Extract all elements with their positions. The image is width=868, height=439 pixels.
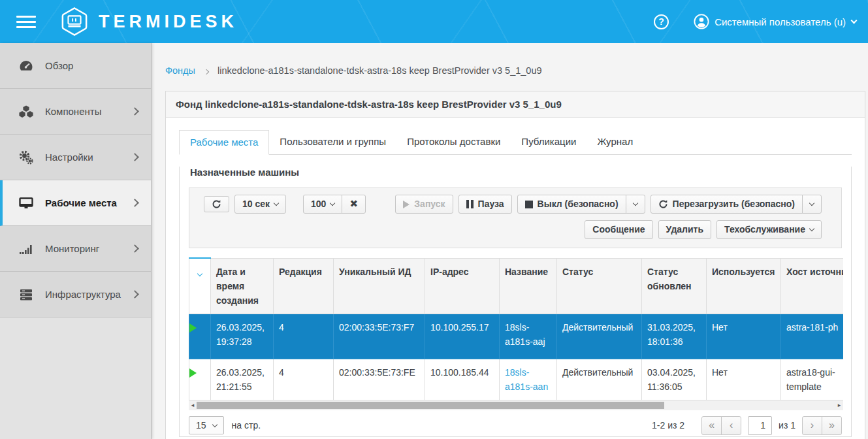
cell-uid: 02:00:33:5E:73:F7 (334, 314, 425, 359)
cell-source-host: astra18-gui-template (781, 359, 844, 400)
scrollbar-thumb[interactable] (197, 402, 664, 409)
limit-select[interactable]: 100 (303, 195, 342, 214)
page-size-select[interactable]: 15 (189, 416, 224, 434)
sidebar-item-workplaces[interactable]: Рабочие места (0, 180, 151, 226)
brand-logo[interactable]: TERMIDESK (61, 7, 238, 37)
pool-panel: Фонд linkedclone-a181s-standalone-tdsk-a… (165, 91, 865, 439)
power-off-menu-button[interactable] (626, 195, 645, 214)
user-menu[interactable]: Системный пользователь (u) (694, 14, 856, 29)
column-header-created[interactable]: Дата и время создания (211, 258, 274, 314)
maintenance-menu-button[interactable]: Техобслуживание (716, 220, 822, 239)
horizontal-scrollbar[interactable]: ◂ ▸ (189, 400, 843, 410)
sidebar-item-monitoring[interactable]: Мониторинг (0, 226, 151, 272)
first-page-button[interactable]: « (701, 416, 722, 435)
breadcrumb: Фонды linkedclone-a181s-standalone-tdsk-… (165, 43, 865, 91)
sidebar-item-settings[interactable]: Настройки (0, 135, 151, 180)
reboot-label: Перезагрузить (безопасно) (673, 198, 795, 210)
chevron-right-icon (131, 199, 139, 207)
app-window: TERMIDESK ? Системный пользователь (u) (0, 0, 868, 439)
breadcrumb-link-pools[interactable]: Фонды (165, 65, 195, 76)
cell-status: Действительный (557, 359, 642, 400)
sidebar-item-label: Компоненты (45, 106, 132, 117)
sidebar-nav: Обзор Компоненты Настройки Ра (0, 43, 152, 439)
column-header-revision[interactable]: Редакция (274, 258, 334, 314)
sidebar-item-infrastructure[interactable]: Инфраструктура (0, 272, 151, 317)
chevron-down-icon (632, 201, 637, 206)
column-header-status[interactable]: Статус (557, 258, 642, 314)
help-icon[interactable]: ? (654, 14, 669, 29)
column-header-uid[interactable]: Уникальный ИД (334, 258, 425, 314)
refresh-interval-select[interactable]: 10 сек (234, 195, 286, 214)
cubes-icon (18, 104, 37, 120)
reboot-button[interactable]: Перезагрузить (безопасно) (651, 195, 803, 214)
column-header-in-use[interactable]: Используется (707, 258, 781, 314)
chevron-down-icon (851, 17, 858, 24)
column-header-name[interactable]: Название (500, 258, 557, 314)
power-off-button[interactable]: Выкл (безопасно) (517, 195, 626, 214)
sidebar-item-label: Обзор (45, 60, 138, 71)
pause-label: Пауза (478, 198, 504, 210)
message-label: Сообщение (592, 223, 645, 236)
start-button[interactable]: Запуск (395, 195, 453, 214)
chevron-down-icon (809, 201, 814, 206)
cell-revision: 4 (274, 359, 334, 400)
cell-name: 18sls-a181s-aaj (500, 314, 557, 359)
next-page-button[interactable]: › (802, 416, 822, 435)
total-pages-label: из 1 (779, 420, 796, 431)
cell-status-updated: 31.03.2025, 18:01:36 (642, 314, 707, 359)
sidebar-item-overview[interactable]: Обзор (0, 43, 151, 89)
last-page-button[interactable]: » (822, 416, 842, 435)
main-content: Фонды linkedclone-a181s-standalone-tdsk-… (152, 43, 868, 439)
sidebar-item-label: Рабочие места (45, 197, 132, 208)
scroll-right-icon[interactable]: ▸ (835, 400, 843, 410)
delete-button[interactable]: Удалить (658, 220, 711, 239)
prev-page-button[interactable]: ‹ (721, 416, 741, 435)
page-number-input[interactable] (748, 416, 772, 435)
machine-row[interactable]: 26.03.2025, 21:21:55 4 02:00:33:5E:73:FE… (189, 359, 844, 400)
cell-status: Действительный (557, 314, 642, 359)
machine-row-selected[interactable]: 26.03.2025, 19:37:28 4 02:00:33:5E:73:F7… (189, 314, 844, 359)
column-header-ip[interactable]: IP-адрес (425, 258, 500, 314)
pause-button[interactable]: Пауза (458, 195, 512, 214)
termidesk-hexagon-icon (61, 7, 88, 37)
scroll-left-icon[interactable]: ◂ (189, 400, 197, 410)
gears-icon (18, 150, 37, 165)
row-state-cell (189, 314, 211, 359)
cell-in-use: Нет (707, 314, 781, 359)
tab-delivery-protocols[interactable]: Протоколы доставки (396, 130, 511, 154)
tab-publications[interactable]: Публикации (511, 130, 587, 154)
chevron-down-icon (330, 201, 335, 206)
play-icon (403, 201, 410, 208)
delete-label: Удалить (666, 223, 703, 236)
section-title: Назначенные машины (190, 167, 841, 178)
menu-toggle-icon[interactable] (16, 12, 36, 31)
tab-workplaces[interactable]: Рабочие места (179, 130, 269, 155)
refresh-icon (658, 199, 668, 209)
clear-filter-button[interactable]: ✖ (342, 195, 366, 214)
machines-table: Дата и время создания Редакция Уникальны… (189, 257, 843, 400)
range-label: 1-2 из 2 (652, 420, 684, 431)
reboot-menu-button[interactable] (802, 195, 822, 214)
cell-in-use: Нет (707, 359, 781, 400)
refresh-button[interactable] (204, 196, 229, 212)
tab-users-groups[interactable]: Пользователи и группы (269, 130, 396, 154)
running-state-icon (189, 368, 197, 378)
message-button[interactable]: Сообщение (585, 220, 652, 239)
user-name-label: Системный пользователь (u) (715, 16, 846, 27)
column-header-source-host[interactable]: Хост источника (781, 258, 844, 314)
select-all-header[interactable] (189, 258, 211, 314)
machine-name-link[interactable]: 18sls-a181s-aan (505, 367, 548, 392)
column-header-status-updated[interactable]: Статус обновлен (642, 258, 707, 314)
limit-value: 100 (311, 198, 326, 210)
chevron-right-icon (131, 290, 139, 299)
tab-journal[interactable]: Журнал (587, 130, 643, 154)
tab-pane-workplaces: Назначенные машины (179, 167, 852, 437)
sidebar-item-components[interactable]: Компоненты (0, 89, 151, 135)
machines-toolbar: 10 сек 100 (189, 187, 842, 248)
sidebar-item-label: Мониторинг (45, 243, 132, 254)
sidebar-filler (0, 317, 151, 439)
chevron-down-icon (197, 271, 202, 276)
user-avatar-icon (694, 14, 709, 29)
stop-icon (525, 201, 533, 208)
cell-uid: 02:00:33:5E:73:FE (334, 359, 425, 400)
